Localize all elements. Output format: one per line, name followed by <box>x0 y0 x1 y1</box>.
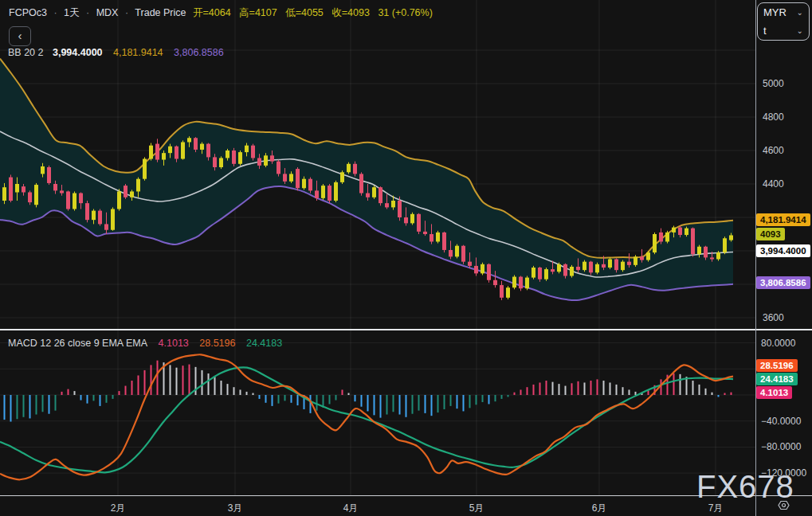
unit-dropdown[interactable]: t ⌄ <box>758 22 809 40</box>
macd-histogram-bar <box>488 395 490 404</box>
candle-down <box>213 157 217 167</box>
macd-histogram-bar <box>616 385 618 395</box>
candle-up <box>608 260 612 268</box>
price-label-badge: 3,994.4000 <box>756 244 810 257</box>
candle-up <box>347 164 351 173</box>
bb-label: BB 20 2 <box>8 47 43 58</box>
bb-upper-value: 4,181.9414 <box>113 47 163 58</box>
candle-down <box>104 224 108 229</box>
macd-histogram-bar <box>469 395 471 408</box>
macd-signal-line <box>0 367 733 472</box>
macd-histogram-bar <box>68 389 69 395</box>
bb-indicator-header[interactable]: BB 20 2 3,994.4000 4,181.9414 3,806.8586 <box>8 47 224 58</box>
chevron-down-icon: ⌄ <box>797 27 803 35</box>
macd-histogram-bar <box>310 395 312 413</box>
macd-line-value: 28.5196 <box>199 338 235 349</box>
candle-down <box>353 164 357 174</box>
macd-histogram-bar <box>272 395 273 406</box>
candle-up <box>181 143 185 159</box>
axis-unit-selector: MYR ⌄ t ⌄ <box>757 2 810 41</box>
candle-up <box>334 182 338 201</box>
time-axis-month-label[interactable]: 5月 <box>469 502 484 515</box>
candle-down <box>417 214 421 232</box>
macd-histogram-bar <box>36 395 37 415</box>
candle-down <box>251 146 255 158</box>
macd-histogram-bar <box>259 395 261 399</box>
macd-indicator-header[interactable]: MACD 12 26 close 9 EMA EMA 4.1013 28.519… <box>8 338 282 349</box>
macd-histogram-bar <box>49 395 50 414</box>
candle-down <box>9 178 13 201</box>
macd-histogram-bar <box>151 365 152 395</box>
macd-histogram-bar <box>571 383 573 395</box>
macd-histogram-bar <box>648 390 649 395</box>
candle-down <box>296 169 300 188</box>
macd-histogram-bar <box>444 395 445 409</box>
macd-histogram-bar <box>214 377 216 395</box>
chart-canvas[interactable] <box>0 0 755 495</box>
macd-histogram-bar <box>622 387 624 395</box>
ohlc-open: 开=4064 <box>193 7 231 18</box>
candle-down <box>563 264 567 276</box>
candle-down <box>551 269 555 272</box>
interval-label[interactable]: 1天 <box>64 7 79 18</box>
time-axis-month-label[interactable]: 7月 <box>708 502 724 515</box>
macd-histogram-bar <box>240 389 241 395</box>
macd-histogram-bar <box>61 392 63 395</box>
exchange-label: MDX <box>96 7 119 18</box>
macd-histogram-bar <box>578 381 579 395</box>
candle-down <box>22 186 25 192</box>
candle-down <box>710 257 714 259</box>
candle-up <box>410 214 414 224</box>
candle-up <box>136 179 140 192</box>
candle-down <box>66 191 70 209</box>
time-axis-month-label[interactable]: 2月 <box>111 502 126 515</box>
macd-histogram-bar <box>170 365 171 395</box>
ohlc-low: 低=4055 <box>285 7 324 18</box>
candle-up <box>723 238 727 252</box>
candle-up <box>621 262 625 271</box>
macd-histogram-bar <box>93 395 95 401</box>
candle-up <box>455 246 459 257</box>
macd-histogram-bar <box>74 391 76 395</box>
candle-up <box>595 264 599 273</box>
ohlc-high: 高=4107 <box>239 7 277 18</box>
macd-histogram-bar <box>508 395 509 397</box>
candle-down <box>53 184 57 190</box>
ohlc-close: 收=4093 <box>331 7 370 18</box>
macd-histogram-bar <box>520 389 522 395</box>
macd-label-badge: 4.1013 <box>756 386 792 399</box>
time-axis-month-label[interactable]: 4月 <box>343 502 359 515</box>
candle-down <box>379 187 382 203</box>
macd-histogram-bar <box>189 365 190 395</box>
time-axis-month-label[interactable]: 3月 <box>228 502 243 515</box>
macd-histogram-bar <box>501 395 503 399</box>
bb-lower-value: 3,806.8586 <box>174 47 224 58</box>
time-axis-month-label[interactable]: 6月 <box>592 502 607 515</box>
axis-settings-gear-icon[interactable] <box>777 498 790 515</box>
macd-histogram-bar <box>253 393 254 395</box>
candle-down <box>175 147 178 159</box>
currency-dropdown[interactable]: MYR ⌄ <box>758 3 809 22</box>
symbol-name[interactable]: FCPOc3 <box>9 7 47 18</box>
macd-histogram-bar <box>590 381 592 395</box>
candle-up <box>716 252 720 259</box>
macd-histogram-bar <box>335 395 337 401</box>
candle-down <box>206 144 210 158</box>
macd-histogram-bar <box>361 395 363 407</box>
candle-up <box>245 146 249 152</box>
symbol-header: FCPOc3 · 1天 · MDX · Trade Price 开=4064 高… <box>9 6 438 20</box>
macd-histogram-bar <box>386 395 388 415</box>
macd-histogram-bar <box>246 392 248 395</box>
candle-down <box>98 211 102 225</box>
time-axis-separator <box>0 495 812 496</box>
candle-up <box>653 234 657 252</box>
macd-histogram-bar <box>157 361 159 395</box>
macd-histogram-bar <box>610 382 611 395</box>
back-button[interactable]: ‹ <box>9 26 31 46</box>
macd-histogram-bar <box>87 395 88 404</box>
macd-axis-tick: −80.0000 <box>761 441 801 452</box>
pane-separator[interactable] <box>0 329 812 330</box>
candle-up <box>226 150 229 158</box>
candle-up <box>111 209 115 230</box>
candle-down <box>359 174 363 193</box>
